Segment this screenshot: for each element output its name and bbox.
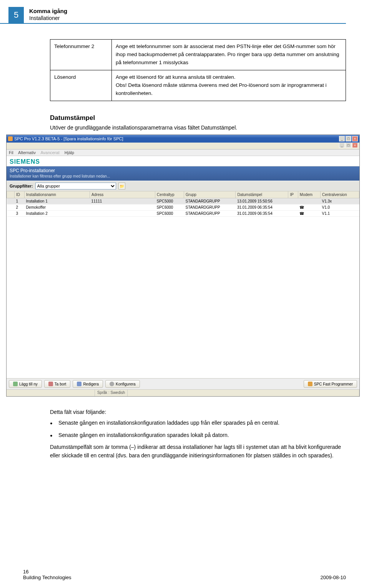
configure-button[interactable]: Konfigurera (105, 380, 140, 388)
mdi-minimize-button[interactable]: _ (339, 143, 345, 148)
fast-icon (308, 382, 312, 386)
status-language: Språk : Swedish (95, 390, 128, 396)
filter-label: Gruppfilter: (10, 184, 33, 188)
grid-empty-space (7, 217, 359, 378)
def-text: Ange ett lösenord för att kunna ansluta … (112, 70, 346, 101)
status-bar: Språk : Swedish (7, 389, 359, 396)
col-addr[interactable]: Adress (90, 191, 155, 198)
section-heading: Datumstämpel (50, 114, 346, 122)
add-icon (13, 382, 18, 386)
bottom-toolbar: Lägg till ny Ta bort Redigera Konfigurer… (7, 378, 359, 389)
group-filter-select[interactable]: Alla grupper (35, 183, 116, 189)
menu-avancerat[interactable]: Avancerat (40, 150, 59, 155)
filter-refresh-button[interactable]: 📁 (118, 183, 125, 189)
col-ver[interactable]: Centralversion (321, 191, 359, 198)
definition-table: Telefonnummer 2 Ange ett telefonnummer s… (50, 39, 346, 101)
blue-header-title: SPC Pro-installationer (10, 168, 356, 173)
blue-header-subtitle: Installationer kan filtreras efter grupp… (10, 174, 356, 178)
delete-button[interactable]: Ta bort (44, 380, 71, 388)
menubar: Fil Alternativ Avancerat Hjälp (7, 149, 359, 156)
brand-bar: SIEMENS (7, 156, 359, 166)
col-modem[interactable]: Modem (298, 191, 320, 198)
menu-hjalp[interactable]: Hjälp (65, 150, 74, 155)
mdi-maximize-button[interactable]: □ (346, 143, 351, 148)
col-date[interactable]: Datumstämpel (236, 191, 288, 198)
edit-button[interactable]: Redigera (73, 380, 103, 388)
gear-icon (110, 382, 114, 386)
siemens-logo: SIEMENS (10, 158, 40, 165)
list-item: Senaste gången en installationskonfigura… (50, 419, 346, 427)
table-row: Telefonnummer 2 Ange ett telefonnummer s… (50, 40, 346, 70)
close-button[interactable]: × (352, 136, 358, 141)
chapter-number: 5 (8, 7, 24, 23)
filter-bar: Gruppfilter: Alla grupper 📁 (7, 181, 359, 191)
mdi-close-button[interactable]: × (352, 143, 358, 148)
page-number: 16 (23, 569, 71, 575)
app-screenshot: SPC Pro V1.2.3 BETA-5 - [Spara installat… (6, 135, 360, 397)
table-row: ID Installationsnamn Adress Centraltyp G… (7, 191, 359, 198)
chapter-subtitle: Installationer (29, 15, 67, 21)
table-row[interactable]: 2 Demokoffer SPC6000 STANDARDGRUPP 31.01… (7, 204, 359, 211)
window-title: SPC Pro V1.2.3 BETA-5 - [Spara installat… (14, 136, 123, 141)
page-footer: 16 Building Technologies 2009-08-10 (0, 569, 369, 580)
blue-header: SPC Pro-installationer Installationer ka… (7, 166, 359, 181)
table-row[interactable]: 3 Installation 2 SPC6000 STANDARDGRUPP 3… (7, 211, 359, 217)
col-ip[interactable]: IP (288, 191, 298, 198)
page-header: 5 Komma igång Installationer (0, 0, 346, 24)
section-intro: Utöver de grundläggande installationspar… (50, 124, 346, 132)
col-grp[interactable]: Grupp (184, 191, 236, 198)
footer-date: 2009-08-10 (321, 575, 346, 580)
folder-icon: 📁 (120, 184, 124, 188)
def-label: Telefonnummer 2 (50, 40, 112, 70)
col-id[interactable]: ID (15, 191, 25, 198)
maximize-button[interactable]: □ (346, 136, 351, 141)
def-label: Lösenord (50, 70, 112, 101)
table-row: Lösenord Ange ett lösenord för att kunna… (50, 70, 346, 101)
def-text: Ange ett telefonnummer som är associerat… (112, 40, 346, 70)
post-para: Datumstämpelfält som är tomma (–) indike… (50, 443, 346, 460)
delete-icon (48, 382, 53, 386)
installations-grid[interactable]: ID Installationsnamn Adress Centraltyp G… (7, 191, 359, 217)
footer-org: Building Technologies (23, 575, 71, 580)
menu-alternativ[interactable]: Alternativ (18, 150, 36, 155)
app-icon (8, 136, 13, 141)
col-ctype[interactable]: Centraltyp (155, 191, 184, 198)
minimize-button[interactable]: _ (339, 136, 345, 141)
chapter-title: Komma igång (29, 8, 67, 14)
menu-fil[interactable]: Fil (9, 150, 13, 155)
col-inst[interactable]: Installationsnamn (25, 191, 90, 198)
window-titlebar: SPC Pro V1.2.3 BETA-5 - [Spara installat… (7, 135, 359, 143)
list-item: Senaste gången en installationskonfigura… (50, 431, 346, 440)
post-lead: Detta fält visar följande: (50, 408, 346, 417)
add-button[interactable]: Lägg till ny (9, 380, 42, 388)
fast-programmer-button[interactable]: SPC Fast Programmer (304, 380, 357, 388)
edit-icon (77, 382, 81, 386)
table-row[interactable]: 1 Installation 1 11111 SPC5000 STANDARDG… (7, 198, 359, 204)
